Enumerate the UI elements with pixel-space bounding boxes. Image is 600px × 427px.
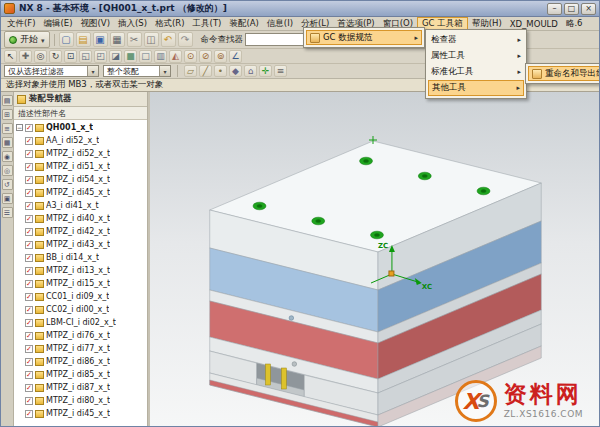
checkbox-icon[interactable] — [25, 150, 33, 158]
checkbox-icon[interactable] — [25, 137, 33, 145]
menu-item-other-tools[interactable]: 其他工具 — [428, 80, 524, 96]
snap-mid-icon[interactable]: ⊘ — [199, 50, 212, 63]
checkbox-icon[interactable] — [25, 163, 33, 171]
history-tab[interactable]: ↺ — [2, 179, 13, 190]
constraint-navigator-tab[interactable]: ⊞ — [2, 109, 13, 120]
tree-row[interactable]: MTPZ_i di76_x_t — [14, 329, 147, 342]
tree-row[interactable]: MTPZ_i di86_x_t — [14, 355, 147, 368]
tree-row[interactable]: MTPZ_i di52_x_t — [14, 147, 147, 160]
checkbox-icon[interactable] — [25, 306, 33, 314]
print-icon[interactable]: ▦ — [110, 32, 125, 47]
menu-item-property-tools[interactable]: 属性工具 — [428, 48, 524, 64]
tree-row[interactable]: MTPZ_i di13_x_t — [14, 264, 147, 277]
snap-point-icon[interactable]: ⊙ — [184, 50, 197, 63]
menubar-item[interactable]: 编辑(E) — [40, 17, 77, 30]
tree-row[interactable]: LBM-CI_i di02_x_t — [14, 316, 147, 329]
checkbox-icon[interactable] — [25, 332, 33, 340]
checkbox-icon[interactable] — [25, 345, 33, 353]
menubar-item[interactable]: 文件(F) — [3, 17, 40, 30]
checkbox-icon[interactable] — [25, 319, 33, 327]
menubar-item[interactable]: 插入(S) — [114, 17, 151, 30]
part-navigator-tab[interactable]: ≡ — [2, 123, 13, 134]
tree-row[interactable]: MTPZ_i di45_x_t — [14, 407, 147, 420]
wcs-icon[interactable]: ✛ — [259, 65, 272, 77]
checkbox-icon[interactable] — [25, 293, 33, 301]
checkbox-icon[interactable] — [25, 228, 33, 236]
top-view-icon[interactable]: ◰ — [94, 50, 107, 63]
tree-row[interactable]: MTPZ_i di40_x_t — [14, 212, 147, 225]
edges-view-icon[interactable]: ▥ — [154, 50, 167, 63]
graphics-viewport[interactable]: ZC XC X S 资料网 ZL.XS1616.COM — [150, 92, 599, 427]
save-icon[interactable]: ▣ — [93, 32, 108, 47]
close-button[interactable]: × — [581, 3, 596, 15]
menu-item-rename-export-components[interactable]: 重命名和导出组件 — [528, 66, 600, 81]
menu-item-standardization-tools[interactable]: 标准化工具 — [428, 64, 524, 80]
cut-icon[interactable]: ✂ — [127, 32, 142, 47]
checkbox-icon[interactable] — [25, 267, 33, 275]
menubar-item[interactable]: 信息(I) — [263, 17, 297, 30]
checkbox-icon[interactable] — [25, 202, 33, 210]
checkbox-icon[interactable] — [25, 254, 33, 262]
menubar-item[interactable]: 装配(A) — [225, 17, 262, 30]
tree-row[interactable]: MTPZ_i di51_x_t — [14, 160, 147, 173]
measure-icon[interactable]: ∠ — [229, 50, 242, 63]
select-arrow-icon[interactable]: ↖ — [4, 50, 17, 63]
undo-icon[interactable]: ↶ — [161, 32, 176, 47]
checkbox-icon[interactable] — [25, 397, 33, 405]
system-materials-tab[interactable]: ▣ — [2, 193, 13, 204]
edge-filter-icon[interactable]: ╱ — [199, 65, 212, 77]
checkbox-icon[interactable] — [25, 371, 33, 379]
wireframe-view-icon[interactable]: □ — [139, 50, 152, 63]
tree-row[interactable]: MTPZ_i di80_x_t — [14, 394, 147, 407]
pan-icon[interactable]: ✚ — [19, 50, 32, 63]
zoom-icon[interactable]: ◎ — [34, 50, 47, 63]
viewport-canvas[interactable]: ZC XC — [150, 92, 599, 427]
redo-icon[interactable]: ↷ — [178, 32, 193, 47]
menu-item-gc-data-standard[interactable]: GC 数据规范 — [306, 30, 422, 45]
snap-end-icon[interactable]: ⊚ — [214, 50, 227, 63]
selection-filter-combo[interactable]: 仅从选择过滤器 — [4, 65, 99, 77]
hd3d-tools-tab[interactable]: ◉ — [2, 151, 13, 162]
tree-row[interactable]: MTPZ_i di45_x_t — [14, 186, 147, 199]
component-filter-icon[interactable]: ⌂ — [244, 65, 257, 77]
body-filter-icon[interactable]: ◆ — [229, 65, 242, 77]
vertex-filter-icon[interactable]: • — [214, 65, 227, 77]
layer-icon[interactable]: ≡ — [274, 65, 287, 77]
assembly-navigator-tab[interactable]: ▤ — [2, 95, 13, 106]
menubar-item[interactable]: 工具(T) — [189, 17, 226, 30]
checkbox-icon[interactable] — [25, 358, 33, 366]
checkbox-icon[interactable] — [25, 124, 33, 132]
tree-row[interactable]: BB_i di14_x_t — [14, 251, 147, 264]
tree-row[interactable]: MTPZ_i di42_x_t — [14, 225, 147, 238]
tree-row[interactable]: CC01_i di09_x_t — [14, 290, 147, 303]
minimize-button[interactable]: – — [547, 3, 562, 15]
selection-scope-combo[interactable]: 整个装配 — [103, 65, 171, 77]
menubar-item[interactable]: 格式(R) — [151, 17, 189, 30]
menu-item-inspector[interactable]: 检查器 — [428, 32, 524, 48]
tree-row[interactable]: AA_i di52_x_t — [14, 134, 147, 147]
fit-view-icon[interactable]: ⊡ — [64, 50, 77, 63]
new-file-icon[interactable]: ▢ — [59, 32, 74, 47]
tree-row[interactable]: MTPZ_i di85_x_t — [14, 368, 147, 381]
checkbox-icon[interactable] — [25, 241, 33, 249]
maximize-button[interactable]: □ — [564, 3, 579, 15]
iso-view-icon[interactable]: ◪ — [109, 50, 122, 63]
collapse-icon[interactable] — [16, 124, 23, 131]
front-view-icon[interactable]: ◱ — [79, 50, 92, 63]
rotate-icon[interactable]: ↻ — [49, 50, 62, 63]
checkbox-icon[interactable] — [25, 280, 33, 288]
section-view-icon[interactable]: ◭ — [169, 50, 182, 63]
tree-row[interactable]: MTPZ_i di77_x_t — [14, 342, 147, 355]
web-browser-tab[interactable]: ◎ — [2, 165, 13, 176]
tree-row[interactable]: A3_i di41_x_t — [14, 199, 147, 212]
open-icon[interactable]: ▤ — [76, 32, 91, 47]
checkbox-icon[interactable] — [25, 189, 33, 197]
start-menu-button[interactable]: 开始 — [4, 31, 50, 48]
tree-row[interactable]: MTPZ_i di15_x_t — [14, 277, 147, 290]
copy-icon[interactable]: ◫ — [144, 32, 159, 47]
reuse-library-tab[interactable]: ▦ — [2, 137, 13, 148]
tree-row[interactable]: MTPZ_i di43_x_t — [14, 238, 147, 251]
menubar-item[interactable]: 略.6 — [562, 17, 587, 30]
tree-row[interactable]: MTPZ_i di54_x_t — [14, 173, 147, 186]
menubar-item[interactable]: 视图(V) — [77, 17, 114, 30]
